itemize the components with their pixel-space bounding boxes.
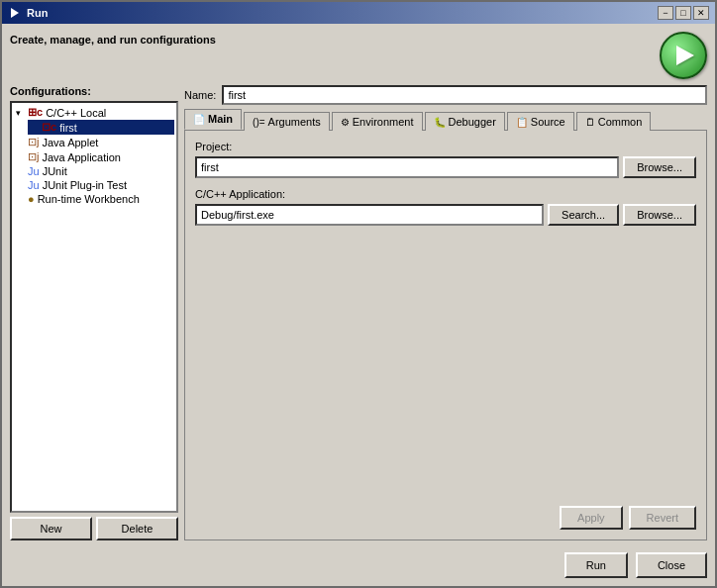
tab-common-label: Common (598, 116, 643, 128)
tab-source[interactable]: 📋 Source (507, 112, 574, 131)
tree-view[interactable]: ▾ ⊞c C/C++ Local ⊡c first ⊡j Java (10, 101, 178, 513)
project-input[interactable] (195, 156, 619, 178)
java-applet-icon: ⊡j (28, 136, 39, 148)
new-button[interactable]: New (10, 517, 92, 540)
bottom-actions: Apply Revert (195, 504, 696, 530)
app-section: C/C++ Application: Search... Browse... (195, 188, 696, 226)
project-row: Browse... (195, 156, 696, 178)
project-browse-button[interactable]: Browse... (623, 156, 696, 178)
tree-toggle-junit (16, 166, 26, 176)
left-buttons: New Delete (10, 517, 178, 540)
tree-item-label-runtime-workbench: Run-time Workbench (38, 193, 140, 205)
app-search-button[interactable]: Search... (548, 204, 619, 226)
left-panel: Configurations: ▾ ⊞c C/C++ Local ⊡c firs… (10, 85, 178, 540)
tree-toggle-junit-plugin (16, 180, 26, 190)
workbench-icon: ● (28, 193, 35, 205)
cpp-local-icon: ⊞c (28, 106, 43, 119)
tree-item-first[interactable]: ⊡c first (28, 120, 174, 135)
name-row: Name: (184, 85, 707, 105)
tree-item-label-java-applet: Java Applet (42, 137, 98, 148)
revert-button[interactable]: Revert (629, 506, 696, 530)
run-play-button[interactable] (660, 32, 707, 79)
apply-button[interactable]: Apply (560, 506, 623, 530)
content-spacer (195, 236, 696, 494)
window-icon (8, 6, 22, 20)
main-tab-icon: 📄 (193, 114, 205, 125)
arguments-tab-icon: ()= (253, 117, 265, 128)
svg-marker-0 (11, 8, 19, 18)
play-triangle-icon (676, 46, 694, 65)
tree-toggle-cpp: ▾ (16, 108, 26, 118)
window-header: Create, manage, and run configurations (10, 32, 707, 79)
app-row: Search... Browse... (195, 204, 696, 226)
tab-environment[interactable]: ⚙ Environment (332, 112, 423, 131)
tree-item-label-cpp-local: C/C++ Local (46, 107, 106, 119)
window-header-text: Create, manage, and run configurations (10, 32, 216, 48)
tree-toggle-java-applet (16, 138, 26, 147)
window-title: Run (27, 7, 48, 19)
tab-content-main: Project: Browse... C/C++ Application: (184, 130, 707, 540)
tree-toggle-java-app (16, 152, 26, 162)
close-button-footer[interactable]: Close (636, 552, 707, 578)
source-tab-icon: 📋 (516, 117, 528, 128)
tab-environment-label: Environment (353, 116, 414, 128)
project-section: Project: Browse... (195, 141, 696, 178)
tab-arguments-label: Arguments (268, 116, 321, 128)
tree-item-cpp-local[interactable]: ▾ ⊞c C/C++ Local (14, 105, 174, 120)
maximize-button[interactable]: □ (675, 6, 691, 20)
minimize-button[interactable]: − (658, 6, 673, 20)
tabs-row: 📄 Main ()= Arguments ⚙ Environment 🐛 (184, 109, 707, 130)
run-window: Run − □ ✕ Create, manage, and run config… (0, 0, 717, 588)
debugger-tab-icon: 🐛 (434, 117, 446, 128)
tree-item-label-junit: JUnit (43, 165, 67, 177)
name-label: Name: (184, 89, 216, 101)
title-bar: Run − □ ✕ (2, 2, 715, 24)
app-input[interactable] (195, 204, 544, 226)
tree-item-label-java-application: Java Application (42, 151, 121, 163)
run-button-container (660, 32, 707, 79)
tree-item-label-junit-plugin: JUnit Plug-in Test (43, 179, 127, 191)
tab-main-label: Main (208, 113, 233, 125)
app-label: C/C++ Application: (195, 188, 696, 200)
tab-debugger[interactable]: 🐛 Debugger (425, 112, 505, 131)
junit-icon: Ju (28, 165, 40, 177)
junit-plugin-icon: Ju (28, 179, 40, 191)
footer: Run Close (2, 548, 715, 586)
window-content: Create, manage, and run configurations C… (2, 24, 715, 548)
tab-source-label: Source (531, 116, 565, 128)
tree-toggle-workbench (16, 194, 26, 204)
tree-item-runtime-workbench[interactable]: ● Run-time Workbench (14, 192, 174, 206)
tree-item-java-applet[interactable]: ⊡j Java Applet (14, 135, 174, 149)
tab-debugger-label: Debugger (449, 116, 496, 128)
right-panel: Name: 📄 Main ()= Arguments (184, 85, 707, 540)
environment-tab-icon: ⚙ (341, 117, 350, 128)
name-input[interactable] (222, 85, 707, 105)
app-browse-button[interactable]: Browse... (623, 204, 696, 226)
title-bar-buttons: − □ ✕ (658, 6, 709, 20)
main-body: Configurations: ▾ ⊞c C/C++ Local ⊡c firs… (10, 85, 707, 540)
title-bar-left: Run (8, 6, 48, 20)
close-button[interactable]: ✕ (693, 6, 709, 20)
tab-arguments[interactable]: ()= Arguments (244, 112, 330, 131)
tree-item-junit-plugin[interactable]: Ju JUnit Plug-in Test (14, 178, 174, 192)
java-app-icon: ⊡j (28, 150, 39, 163)
project-label: Project: (195, 141, 696, 152)
tree-item-java-application[interactable]: ⊡j Java Application (14, 149, 174, 164)
tab-main[interactable]: 📄 Main (184, 109, 242, 130)
tree-toggle-first (30, 123, 40, 133)
configurations-label: Configurations: (10, 85, 178, 97)
tab-common[interactable]: 🗒 Common (576, 112, 652, 131)
tabs-container: 📄 Main ()= Arguments ⚙ Environment 🐛 (184, 109, 707, 540)
first-icon: ⊡c (42, 121, 56, 134)
tree-item-junit[interactable]: Ju JUnit (14, 164, 174, 178)
tree-item-label-first: first (59, 122, 77, 134)
run-button[interactable]: Run (564, 552, 628, 578)
common-tab-icon: 🗒 (585, 117, 595, 128)
delete-button[interactable]: Delete (96, 517, 178, 540)
